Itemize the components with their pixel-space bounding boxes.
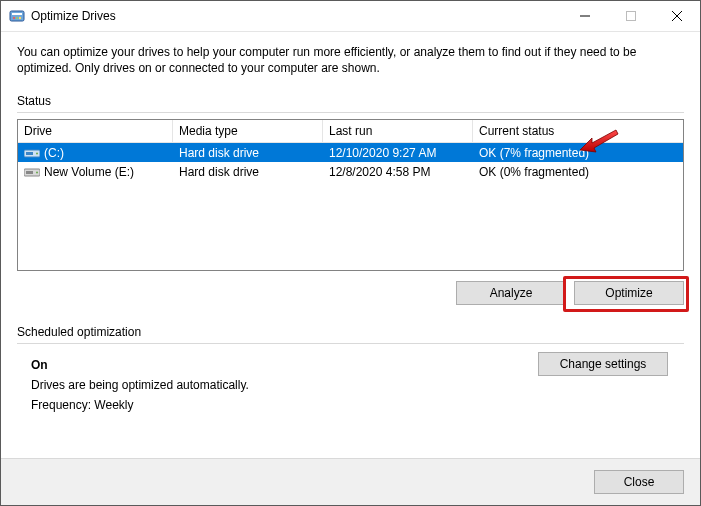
drive-icon [24,164,40,180]
drive-lastrun: 12/8/2020 4:58 PM [323,165,473,179]
optimize-button[interactable]: Optimize [574,281,684,305]
drive-name: (C:) [44,146,64,160]
drive-actions: Analyze Optimize [17,281,684,305]
scheduled-block: On Drives are being optimized automatica… [17,352,684,412]
svg-rect-0 [10,11,24,21]
scheduled-frequency: Frequency: Weekly [31,398,684,412]
divider [17,343,684,344]
column-header-drive[interactable]: Drive [18,120,173,142]
drive-name: New Volume (E:) [44,165,134,179]
scheduled-section-label: Scheduled optimization [17,325,684,339]
close-window-button[interactable] [654,1,700,31]
svg-rect-13 [26,171,33,174]
svg-point-14 [36,171,38,173]
svg-point-3 [16,17,18,19]
app-icon [9,8,25,24]
drive-row[interactable]: (C:) Hard disk drive 12/10/2020 9:27 AM … [18,143,683,162]
window-controls [562,1,700,31]
drive-lastrun: 12/10/2020 9:27 AM [323,146,473,160]
drive-list[interactable]: Drive Media type Last run Current status… [17,119,684,271]
column-header-lastrun[interactable]: Last run [323,120,473,142]
drive-media: Hard disk drive [173,165,323,179]
close-button[interactable]: Close [594,470,684,494]
column-header-media[interactable]: Media type [173,120,323,142]
status-section-label: Status [17,94,684,108]
svg-rect-1 [12,13,22,15]
maximize-button [608,1,654,31]
scheduled-description: Drives are being optimized automatically… [31,378,684,392]
column-header-status[interactable]: Current status [473,120,683,142]
drive-media: Hard disk drive [173,146,323,160]
content-area: You can optimize your drives to help you… [1,32,700,458]
minimize-button[interactable] [562,1,608,31]
drive-status: OK (7% fragmented) [473,146,683,160]
drive-list-header: Drive Media type Last run Current status [18,120,683,143]
svg-rect-6 [627,12,636,21]
window-title: Optimize Drives [31,9,562,23]
footer: Close [1,458,700,505]
svg-rect-10 [26,152,33,155]
title-bar: Optimize Drives [1,1,700,32]
intro-text: You can optimize your drives to help you… [17,44,684,76]
change-settings-button[interactable]: Change settings [538,352,668,376]
divider [17,112,684,113]
drive-row[interactable]: New Volume (E:) Hard disk drive 12/8/202… [18,162,683,181]
svg-point-2 [13,17,15,19]
drive-status: OK (0% fragmented) [473,165,683,179]
analyze-button[interactable]: Analyze [456,281,566,305]
drive-icon [24,145,40,161]
svg-point-4 [19,17,21,19]
svg-point-11 [36,152,38,154]
